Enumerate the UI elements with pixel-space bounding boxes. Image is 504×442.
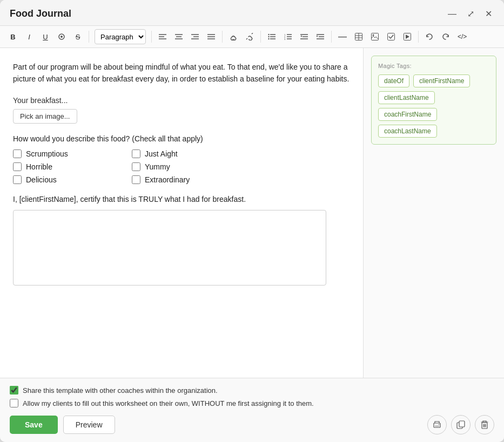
scrumptious-label: Scrumptious xyxy=(26,149,68,158)
footer-right-buttons xyxy=(427,415,494,434)
magic-tags-box: Magic Tags: dateOf clientFirstName clien… xyxy=(371,56,496,145)
strikethrough-button[interactable]: S xyxy=(70,29,85,44)
svg-marker-31 xyxy=(300,36,302,37)
yummy-checkbox[interactable] xyxy=(132,162,140,171)
toolbar-divider-2 xyxy=(151,31,152,43)
undo-button[interactable] xyxy=(422,29,437,44)
list-item[interactable]: Yummy xyxy=(132,162,240,171)
extraordinary-checkbox[interactable] xyxy=(132,175,140,184)
code-button[interactable]: </> xyxy=(454,29,470,44)
link-button[interactable] xyxy=(226,29,241,44)
window-title: Food Journal xyxy=(10,8,71,19)
toolbar-divider-4 xyxy=(260,31,261,43)
svg-line-15 xyxy=(246,38,247,39)
list-item[interactable]: Just Aight xyxy=(132,149,240,158)
svg-line-14 xyxy=(252,33,253,34)
image-button[interactable] xyxy=(367,29,382,44)
allow-clients-item[interactable]: Allow my clients to fill out this worksh… xyxy=(10,399,494,407)
bullet-list-button[interactable] xyxy=(264,29,279,44)
highlight-button[interactable] xyxy=(54,29,69,44)
scrumptious-checkbox[interactable] xyxy=(13,149,22,158)
footer-checkboxes: Share this template with other coaches w… xyxy=(10,386,494,407)
magic-tag-coachLastName[interactable]: coachLastName xyxy=(378,125,437,138)
horrible-checkbox[interactable] xyxy=(13,162,22,171)
footer-left-buttons: Save Preview xyxy=(10,416,115,434)
toolbar-divider-6 xyxy=(418,31,419,43)
toolbar-divider-3 xyxy=(222,31,223,43)
delicious-checkbox[interactable] xyxy=(13,175,22,184)
just-aight-label: Just Aight xyxy=(145,149,178,158)
svg-marker-35 xyxy=(317,36,318,37)
svg-point-16 xyxy=(268,34,269,35)
align-left-button[interactable] xyxy=(155,29,170,44)
list-item[interactable]: Delicious xyxy=(13,175,121,184)
align-center-button[interactable] xyxy=(171,29,186,44)
svg-text:3.: 3. xyxy=(284,38,286,40)
extraordinary-label: Extraordinary xyxy=(145,175,190,184)
outdent-button[interactable] xyxy=(313,29,328,44)
signature-box[interactable] xyxy=(13,210,326,285)
delete-button[interactable] xyxy=(475,415,494,434)
share-template-item[interactable]: Share this template with other coaches w… xyxy=(10,386,494,395)
app-window: Food Journal — ⤢ ✕ B I U S Paragraph Hea… xyxy=(0,0,504,442)
unlink-button[interactable] xyxy=(242,29,257,44)
table-button[interactable] xyxy=(351,29,366,44)
toolbar-divider-5 xyxy=(331,31,332,43)
duplicate-button[interactable] xyxy=(451,415,471,434)
redo-button[interactable] xyxy=(438,29,453,44)
intro-text: Part of our program will be about being … xyxy=(13,61,350,85)
checkbox-toolbar-button[interactable] xyxy=(384,29,399,44)
svg-point-41 xyxy=(373,35,374,36)
list-item[interactable]: Horrible xyxy=(13,162,121,171)
share-template-checkbox[interactable] xyxy=(10,386,18,395)
sidebar: Magic Tags: dateOf clientFirstName clien… xyxy=(364,48,504,378)
breakfast-label: Your breakfast... xyxy=(13,96,350,105)
svg-rect-49 xyxy=(459,421,465,427)
toolbar-divider-1 xyxy=(89,31,89,43)
magic-tag-clientFirstName[interactable]: clientFirstName xyxy=(413,74,470,87)
svg-point-17 xyxy=(268,36,269,37)
checklist-grid: Scrumptious Just Aight Horrible Yummy xyxy=(13,149,240,184)
close-button[interactable]: ✕ xyxy=(483,8,494,20)
title-bar: Food Journal — ⤢ ✕ xyxy=(0,0,504,26)
align-justify-button[interactable] xyxy=(204,29,219,44)
allow-clients-label: Allow my clients to fill out this worksh… xyxy=(23,399,314,407)
magic-tag-dateOf[interactable]: dateOf xyxy=(378,74,409,87)
svg-marker-44 xyxy=(406,35,409,39)
maximize-button[interactable]: ⤢ xyxy=(465,8,476,20)
footer-actions: Save Preview xyxy=(10,415,494,434)
minimize-button[interactable]: — xyxy=(446,8,459,20)
svg-rect-40 xyxy=(372,33,379,40)
save-button[interactable]: Save xyxy=(10,416,58,434)
align-right-button[interactable] xyxy=(187,29,203,44)
hr-button[interactable]: — xyxy=(335,29,350,44)
svg-point-18 xyxy=(268,38,269,39)
breakfast-section: Your breakfast... Pick an image... xyxy=(13,96,350,124)
magic-tags-label: Magic Tags: xyxy=(378,63,489,69)
magic-tag-coachFirstName[interactable]: coachFirstName xyxy=(378,108,437,121)
share-template-label: Share this template with other coaches w… xyxy=(23,386,218,395)
svg-rect-46 xyxy=(435,425,439,427)
pick-image-button[interactable]: Pick an image... xyxy=(13,109,77,124)
preview-button[interactable]: Preview xyxy=(63,416,115,434)
checklist-section: How would you describe this food? (Check… xyxy=(13,134,350,184)
svg-point-47 xyxy=(439,424,440,425)
list-item[interactable]: Extraordinary xyxy=(132,175,240,184)
ordered-list-button[interactable]: 1.2.3. xyxy=(280,29,295,44)
magic-tags-grid: dateOf clientFirstName clientLastName co… xyxy=(378,74,489,138)
media-button[interactable] xyxy=(400,29,415,44)
yummy-label: Yummy xyxy=(145,162,170,171)
magic-tag-clientLastName[interactable]: clientLastName xyxy=(378,91,435,104)
indent-button[interactable] xyxy=(297,29,312,44)
editor-toolbar: B I U S Paragraph Heading 1 Heading 2 He… xyxy=(0,26,504,48)
list-item[interactable]: Scrumptious xyxy=(13,149,121,158)
paragraph-select[interactable]: Paragraph Heading 1 Heading 2 Heading 3 xyxy=(95,29,146,44)
print-button[interactable] xyxy=(427,415,447,434)
just-aight-checkbox[interactable] xyxy=(132,149,140,158)
underline-button[interactable]: U xyxy=(38,29,53,44)
bold-button[interactable]: B xyxy=(5,29,21,44)
allow-clients-checkbox[interactable] xyxy=(10,399,18,407)
certify-text: I, [clientFirstName], certify that this … xyxy=(13,195,350,203)
window-controls: — ⤢ ✕ xyxy=(446,8,494,20)
italic-button[interactable]: I xyxy=(22,29,37,44)
